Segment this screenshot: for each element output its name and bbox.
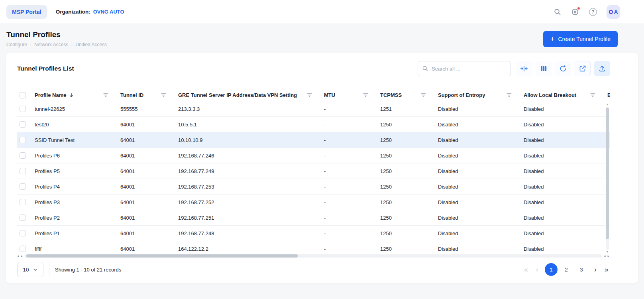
row-checkbox[interactable] [20, 137, 26, 143]
organization-link[interactable]: OVNG AUTO [93, 9, 124, 15]
table-row[interactable]: fffff 64001 164.122.12.2 - 1250 Disabled… [17, 241, 610, 253]
column-header-support-of-entropy[interactable]: Support of Entropy [438, 92, 524, 98]
pagination-prev-button[interactable]: ‹ [534, 266, 540, 274]
card-title: Tunnel Profiles List [17, 65, 74, 72]
breadcrumb-item-configure[interactable]: Configure [6, 42, 27, 47]
filter-icon[interactable] [590, 92, 595, 98]
card-header: Tunnel Profiles List [17, 53, 610, 76]
cell-profile-name: SSID Tunnel Test [35, 137, 120, 143]
breadcrumb-item-network-access[interactable]: Network Access [34, 42, 68, 47]
table-row[interactable]: Profiles P4 64001 192.168.77.253 - 1250 … [17, 179, 610, 195]
help-icon[interactable]: ? [589, 8, 597, 16]
cell-tunnel-id: 64001 [120, 246, 178, 252]
scroll-left-arrow[interactable]: ◂ [604, 254, 606, 258]
row-checkbox[interactable] [20, 199, 26, 205]
table-body: tunnel-22625 555555 213.3.3.3 - 1251 Dis… [17, 101, 610, 253]
open-in-new-button[interactable] [575, 61, 591, 76]
filter-icon[interactable] [507, 92, 512, 98]
column-label: B [607, 92, 610, 98]
pagination-next-button[interactable]: › [593, 266, 598, 274]
horizontal-scroll-track[interactable] [25, 254, 602, 258]
pagination-last-button[interactable]: » [603, 266, 610, 274]
table-row[interactable]: Profiles P3 64001 192.168.77.252 - 1250 … [17, 195, 610, 210]
column-header-profile-name[interactable]: Profile Name [35, 92, 120, 98]
pagination-page-3[interactable]: 3 [575, 263, 588, 276]
pagination-page-1[interactable]: 1 [545, 263, 558, 276]
row-checkbox[interactable] [20, 246, 26, 252]
cell-support-of-entropy: Disabled [438, 199, 524, 205]
search-icon[interactable] [554, 8, 562, 16]
column-header-gre-ip[interactable]: GRE Tunnel Server IP Address/Data VPN Se… [178, 92, 324, 98]
table-row[interactable]: Profiles P5 64001 192.168.77.249 - 1250 … [17, 163, 610, 179]
scroll-right-arrow[interactable]: ▸ [21, 254, 23, 258]
filter-icon[interactable] [307, 92, 312, 98]
cell-profile-name: Profiles P2 [35, 215, 120, 221]
row-checkbox-cell [17, 137, 35, 143]
column-header-truncated[interactable]: B [607, 92, 610, 98]
avatar-initial-first: O [609, 9, 613, 15]
horizontal-scroll-thumb[interactable] [26, 254, 298, 258]
plus-icon: + [550, 35, 555, 43]
filter-icon[interactable] [161, 92, 166, 98]
row-checkbox[interactable] [20, 214, 26, 221]
refresh-button[interactable] [555, 61, 571, 76]
vertical-scroll-track[interactable] [606, 107, 609, 250]
cell-tcpmss: 1250 [380, 246, 438, 252]
column-header-tunnel-id[interactable]: Tunnel ID [120, 92, 178, 98]
table-toolbar [418, 61, 610, 76]
vertical-scroll-thumb[interactable] [606, 108, 609, 239]
table-search-box [418, 61, 511, 76]
export-upload-button[interactable] [594, 61, 610, 76]
row-checkbox[interactable] [20, 168, 26, 174]
row-checkbox[interactable] [20, 230, 26, 236]
pagination-pages: 123 [545, 263, 588, 276]
msp-portal-badge[interactable]: MSP Portal [6, 5, 47, 19]
scroll-down-arrow[interactable]: ▾ [607, 250, 608, 253]
collapse-columns-button[interactable] [516, 61, 532, 76]
scroll-right-arrow[interactable]: ▸ [607, 254, 609, 258]
cell-tcpmss: 1250 [380, 184, 438, 190]
filter-icon[interactable] [421, 92, 426, 98]
avatar[interactable]: O A [607, 5, 620, 19]
breadcrumb-item-unified-access[interactable]: Unified Access [75, 42, 107, 47]
columns-button[interactable] [536, 61, 552, 76]
table-row[interactable]: SSID Tunnel Test 64001 10.10.10.9 - 1250… [17, 132, 610, 148]
select-all-checkbox[interactable] [20, 92, 26, 98]
filter-icon[interactable] [103, 92, 108, 98]
table-row[interactable]: test20 64001 10.5.5.1 - 1250 Disabled Di… [17, 117, 610, 132]
row-checkbox-cell [17, 152, 35, 159]
table-row[interactable]: Profiles P1 64001 192.168.77.248 - 1250 … [17, 226, 610, 241]
column-header-allow-local-breakout[interactable]: Allow Local Breakout [524, 92, 607, 98]
pagination-first-button[interactable]: « [522, 266, 530, 274]
chevron-down-icon [33, 267, 38, 272]
create-tunnel-profile-button[interactable]: + Create Tunnel Profile [543, 31, 618, 47]
cell-support-of-entropy: Disabled [438, 153, 524, 159]
search-input[interactable] [432, 66, 507, 72]
table-row[interactable]: tunnel-22625 555555 213.3.3.3 - 1251 Dis… [17, 101, 610, 117]
row-checkbox[interactable] [20, 152, 26, 159]
scroll-up-arrow[interactable]: ▴ [607, 102, 608, 106]
notifications-icon[interactable] [571, 8, 579, 16]
cell-tcpmss: 1250 [380, 137, 438, 143]
cell-allow-local-breakout: Disabled [524, 230, 607, 236]
pagination-page-2[interactable]: 2 [560, 263, 573, 276]
table-row[interactable]: Profiles P2 64001 192.168.77.251 - 1250 … [17, 210, 610, 226]
page-size-select[interactable]: 10 [17, 262, 43, 277]
sort-desc-icon[interactable] [69, 93, 74, 98]
filter-icon[interactable] [363, 92, 368, 98]
page-title: Tunnel Profiles [6, 30, 107, 39]
breadcrumb-separator: - [71, 42, 73, 47]
table-row[interactable]: Profiles P6 64001 192.168.77.246 - 1250 … [17, 148, 610, 163]
row-checkbox[interactable] [20, 106, 26, 112]
cell-tcpmss: 1250 [380, 215, 438, 221]
row-checkbox[interactable] [20, 183, 26, 190]
column-header-mtu[interactable]: MTU [324, 92, 380, 98]
scroll-left-arrow[interactable]: ◂ [17, 254, 19, 258]
cell-support-of-entropy: Disabled [438, 246, 524, 252]
cell-mtu: - [324, 122, 380, 128]
cell-gre-ip: 192.168.77.248 [178, 230, 324, 236]
column-header-tcpmss[interactable]: TCPMSS [380, 92, 438, 98]
row-checkbox[interactable] [20, 121, 26, 128]
column-label: Support of Entropy [438, 92, 485, 98]
notification-badge-dot [577, 7, 580, 10]
